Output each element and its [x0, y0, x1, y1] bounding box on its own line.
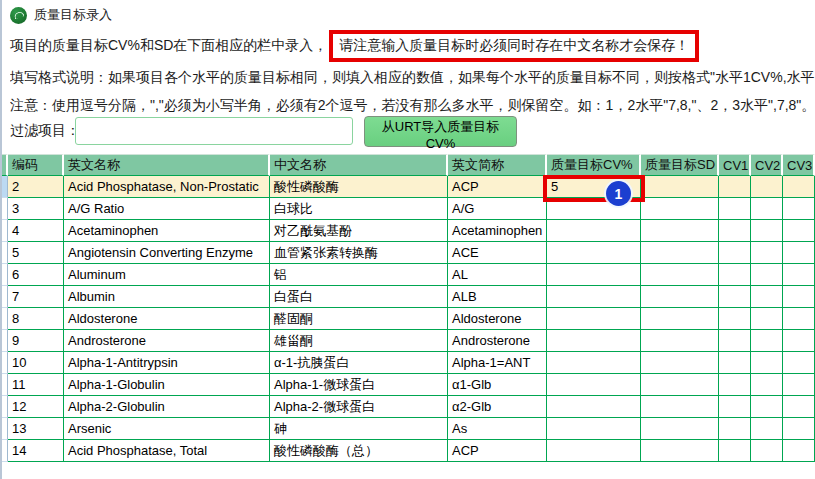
grid-cell[interactable]: [641, 396, 719, 418]
grid-cell[interactable]: Androsterone: [64, 330, 270, 352]
grid-cell[interactable]: 7: [8, 286, 64, 308]
grid-cell[interactable]: [719, 220, 751, 242]
grid-cell[interactable]: α2-Glb: [448, 396, 547, 418]
grid-cell[interactable]: 白球比: [270, 198, 448, 220]
grid-cell[interactable]: Alpha-2-微球蛋白: [270, 396, 448, 418]
grid-cell[interactable]: 6: [8, 264, 64, 286]
grid-cell[interactable]: [751, 264, 783, 286]
grid-cell[interactable]: Arsenic: [64, 418, 270, 440]
grid-cell[interactable]: [641, 374, 719, 396]
grid-cell[interactable]: Angiotensin Converting Enzyme: [64, 242, 270, 264]
grid-cell[interactable]: 砷: [270, 418, 448, 440]
grid-cell[interactable]: [719, 330, 751, 352]
grid-cell[interactable]: Aldosterone: [448, 308, 547, 330]
grid-cell[interactable]: [547, 198, 641, 220]
grid-cell[interactable]: [751, 374, 783, 396]
grid-cell[interactable]: ACP: [448, 176, 547, 198]
grid-cell[interactable]: [783, 308, 815, 330]
grid-cell[interactable]: [547, 330, 641, 352]
grid-cell[interactable]: 对乙酰氨基酚: [270, 220, 448, 242]
grid-cell[interactable]: [751, 308, 783, 330]
grid-cell[interactable]: [719, 264, 751, 286]
grid-cell[interactable]: [547, 440, 641, 462]
column-header-4[interactable]: 英文简称: [448, 154, 547, 176]
grid-cell[interactable]: Aluminum: [64, 264, 270, 286]
grid-cell[interactable]: [547, 396, 641, 418]
grid-cell[interactable]: 13: [8, 418, 64, 440]
grid-cell[interactable]: [783, 286, 815, 308]
column-header-1[interactable]: 编码: [8, 154, 64, 176]
grid-cell[interactable]: [783, 396, 815, 418]
grid-cell[interactable]: 8: [8, 308, 64, 330]
grid-cell[interactable]: [783, 418, 815, 440]
grid-cell[interactable]: [547, 418, 641, 440]
grid-cell[interactable]: [547, 286, 641, 308]
grid-cell[interactable]: [783, 352, 815, 374]
grid-cell[interactable]: 血管紧张素转换酶: [270, 242, 448, 264]
grid-cell[interactable]: [783, 374, 815, 396]
grid-cell[interactable]: Acid Phosphatase, Total: [64, 440, 270, 462]
grid-cell[interactable]: [719, 198, 751, 220]
grid-cell[interactable]: [547, 374, 641, 396]
grid-cell[interactable]: [751, 396, 783, 418]
grid-cell[interactable]: Androsterone: [448, 330, 547, 352]
grid-cell[interactable]: [783, 264, 815, 286]
grid-cell[interactable]: 10: [8, 352, 64, 374]
grid-cell[interactable]: 醛固酮: [270, 308, 448, 330]
grid-cell[interactable]: 4: [8, 220, 64, 242]
grid-cell[interactable]: [641, 264, 719, 286]
grid-cell[interactable]: A/G: [448, 198, 547, 220]
grid-cell[interactable]: Acetaminophen: [64, 220, 270, 242]
grid-cell[interactable]: [719, 440, 751, 462]
grid-cell[interactable]: [641, 330, 719, 352]
grid-cell[interactable]: [719, 418, 751, 440]
grid-cell[interactable]: [751, 418, 783, 440]
grid-cell[interactable]: [751, 176, 783, 198]
grid-cell[interactable]: [751, 440, 783, 462]
column-header-5[interactable]: 质量目标CV%: [547, 154, 641, 176]
grid-cell[interactable]: [641, 418, 719, 440]
grid-cell[interactable]: [641, 176, 719, 198]
grid-cell[interactable]: [641, 352, 719, 374]
grid-cell[interactable]: Aldosterone: [64, 308, 270, 330]
grid-cell[interactable]: 3: [8, 198, 64, 220]
grid-cell[interactable]: [719, 374, 751, 396]
grid-cell[interactable]: [751, 198, 783, 220]
column-header-8[interactable]: CV2: [751, 154, 783, 176]
grid-cell[interactable]: A/G Ratio: [64, 198, 270, 220]
grid-cell[interactable]: 雄甾酮: [270, 330, 448, 352]
grid-cell[interactable]: [783, 198, 815, 220]
column-header-7[interactable]: CV1: [719, 154, 751, 176]
grid-cell[interactable]: As: [448, 418, 547, 440]
grid-cell[interactable]: [641, 220, 719, 242]
grid-cell[interactable]: 铝: [270, 264, 448, 286]
grid-cell[interactable]: [751, 286, 783, 308]
grid-cell[interactable]: 酸性磷酸酶（总）: [270, 440, 448, 462]
column-header-2[interactable]: 英文名称: [64, 154, 270, 176]
import-urt-button[interactable]: 从URT导入质量目标CV%: [364, 116, 517, 147]
filter-input[interactable]: [75, 117, 353, 145]
grid-cell[interactable]: [783, 242, 815, 264]
grid-cell[interactable]: [719, 396, 751, 418]
grid-cell[interactable]: [783, 176, 815, 198]
grid-cell[interactable]: 9: [8, 330, 64, 352]
grid-cell[interactable]: [641, 242, 719, 264]
grid-cell[interactable]: [641, 440, 719, 462]
grid-cell[interactable]: [719, 286, 751, 308]
grid-cell[interactable]: ACE: [448, 242, 547, 264]
grid-cell[interactable]: ACP: [448, 440, 547, 462]
grid-cell[interactable]: Albumin: [64, 286, 270, 308]
grid-cell[interactable]: [751, 330, 783, 352]
grid-cell[interactable]: Alpha-2-Globulin: [64, 396, 270, 418]
grid-cell[interactable]: [751, 352, 783, 374]
grid-cell[interactable]: 5: [547, 176, 641, 198]
grid-cell[interactable]: [641, 308, 719, 330]
column-header-3[interactable]: 中文名称: [270, 154, 448, 176]
grid-cell[interactable]: [719, 176, 751, 198]
grid-cell[interactable]: 14: [8, 440, 64, 462]
column-header-6[interactable]: 质量目标SD: [641, 154, 719, 176]
grid-cell[interactable]: [547, 308, 641, 330]
grid-cell[interactable]: [783, 440, 815, 462]
grid-cell[interactable]: Alpha-1-Antitrypsin: [64, 352, 270, 374]
grid-cell[interactable]: 白蛋白: [270, 286, 448, 308]
